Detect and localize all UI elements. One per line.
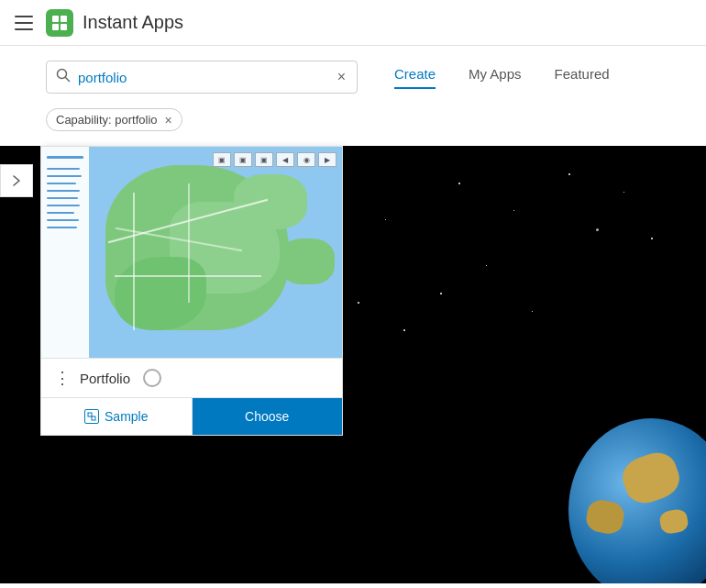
svg-rect-3	[61, 24, 67, 30]
search-box: ×	[46, 61, 358, 94]
star	[513, 210, 514, 211]
card-action-buttons: Sample Choose	[41, 397, 342, 435]
svg-rect-0	[52, 16, 59, 22]
sample-icon	[84, 409, 99, 424]
star	[596, 228, 599, 231]
star	[403, 329, 405, 331]
sidebar-toggle-button[interactable]	[0, 164, 33, 197]
filter-chip-label: Capability: portfolio	[56, 113, 158, 127]
svg-rect-2	[52, 24, 59, 30]
map-background: ▣ ▣ ▣ ◀ ◉ ▶	[41, 147, 342, 358]
card-check-icon	[143, 369, 161, 387]
clear-search-icon[interactable]: ×	[336, 67, 347, 87]
toolbar-btn-5: ◉	[297, 152, 315, 167]
star	[486, 265, 487, 266]
toolbar-btn-3: ▣	[255, 152, 273, 167]
search-icon	[56, 68, 71, 86]
star	[458, 183, 460, 184]
tab-featured[interactable]: Featured	[555, 66, 610, 89]
sample-button[interactable]: Sample	[41, 398, 193, 435]
star	[623, 192, 624, 193]
card-info: ⋮ Portfolio	[41, 358, 342, 397]
app-card: ▣ ▣ ▣ ◀ ◉ ▶ ⋮ Portfolio	[40, 146, 343, 436]
toolbar-btn-1: ▣	[213, 152, 231, 167]
filter-chip-remove[interactable]: ×	[165, 114, 172, 127]
card-name: Portfolio	[80, 371, 130, 386]
svg-rect-7	[92, 416, 95, 420]
tabs: Create My Apps Featured	[394, 66, 610, 89]
star	[358, 302, 359, 304]
app-title: Instant Apps	[83, 12, 183, 33]
toolbar-btn-4: ◀	[276, 152, 294, 167]
card-preview: ▣ ▣ ▣ ◀ ◉ ▶	[41, 147, 342, 358]
filter-chip: Capability: portfolio ×	[46, 108, 182, 131]
svg-rect-1	[61, 16, 67, 22]
search-input[interactable]	[78, 70, 336, 85]
svg-rect-6	[88, 413, 92, 416]
globe	[568, 418, 706, 583]
app-header: Instant Apps	[0, 0, 706, 46]
filter-row: Capability: portfolio ×	[0, 108, 706, 146]
toolbar-btn-6: ▶	[318, 152, 336, 167]
choose-button[interactable]: Choose	[193, 398, 343, 435]
preview-toolbar: ▣ ▣ ▣ ◀ ◉ ▶	[213, 152, 336, 167]
star	[651, 238, 653, 239]
hamburger-menu-icon[interactable]	[15, 16, 33, 30]
app-logo	[46, 9, 73, 37]
sample-label: Sample	[105, 409, 148, 424]
star	[568, 173, 570, 175]
star	[440, 293, 442, 294]
tab-create[interactable]: Create	[394, 66, 436, 89]
tab-my-apps[interactable]: My Apps	[469, 66, 522, 89]
main-content: ▣ ▣ ▣ ◀ ◉ ▶ ⋮ Portfolio	[0, 146, 706, 583]
star	[385, 219, 386, 220]
search-tabs-row: × Create My Apps Featured	[0, 46, 706, 108]
star	[532, 311, 533, 312]
map-sidebar-sim	[41, 147, 89, 358]
toolbar-btn-2: ▣	[234, 152, 252, 167]
card-menu-icon[interactable]: ⋮	[54, 368, 71, 388]
svg-line-5	[66, 78, 70, 82]
